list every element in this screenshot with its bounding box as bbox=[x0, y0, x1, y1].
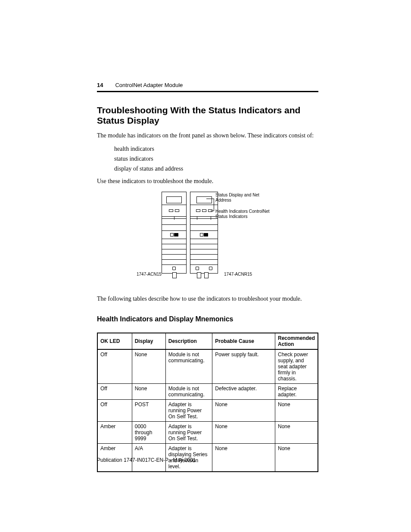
label-left-model: 1747-ACN15 bbox=[137, 272, 162, 277]
cell: POST bbox=[132, 399, 165, 421]
cell: None bbox=[212, 443, 275, 472]
page-number: 14 bbox=[97, 82, 103, 88]
bullet-item: display of status and address bbox=[114, 164, 318, 173]
cell: Module is not communicating. bbox=[165, 383, 212, 399]
cell: None bbox=[132, 383, 165, 399]
cell: Off bbox=[97, 349, 132, 384]
use-indicators-line: Use these indicators to troubleshoot the… bbox=[97, 177, 318, 186]
module-left bbox=[162, 192, 187, 274]
th-ok-led: OK LED bbox=[97, 333, 132, 349]
cell: None bbox=[132, 349, 165, 384]
health-indicators-table: OK LED Display Description Probable Caus… bbox=[97, 333, 318, 472]
cell: Amber bbox=[97, 421, 132, 443]
cell: Off bbox=[97, 399, 132, 421]
cell: Adapter is running Power On Self Test. bbox=[165, 421, 212, 443]
cell: None bbox=[212, 421, 275, 443]
cell: Off bbox=[97, 383, 132, 399]
bullet-item: health indicators bbox=[114, 144, 318, 153]
callout-status-display: Status Display and Net Address bbox=[215, 193, 267, 203]
cell: None bbox=[212, 399, 275, 421]
cell: Module is not communicating. bbox=[165, 349, 212, 384]
bullet-item: status indicators bbox=[114, 154, 318, 163]
callout-health-indicators: Health Indicators ControlNet Status Indi… bbox=[215, 209, 280, 219]
table-row: Off None Module is not communicating. Po… bbox=[97, 349, 318, 384]
section-title: Troubleshooting With the Status Indicato… bbox=[97, 105, 318, 126]
cell: 0000 through 9999 bbox=[132, 421, 165, 443]
label-right-model: 1747-ACNR15 bbox=[224, 272, 252, 277]
page-header: 14 ControlNet Adapter Module bbox=[97, 82, 318, 88]
cell: None bbox=[275, 421, 318, 443]
cell: Check power supply, and seat adapter fir… bbox=[275, 349, 318, 384]
th-probable-cause: Probable Cause bbox=[212, 333, 275, 349]
cell: Adapter is running Power On Self Test. bbox=[165, 399, 212, 421]
table-row: Amber 0000 through 9999 Adapter is runni… bbox=[97, 421, 318, 443]
th-display: Display bbox=[132, 333, 165, 349]
th-description: Description bbox=[165, 333, 212, 349]
tables-intro: The following tables describe how to use… bbox=[97, 295, 318, 303]
table-header-row: OK LED Display Description Probable Caus… bbox=[97, 333, 318, 349]
th-recommended-action: Recommended Action bbox=[275, 333, 318, 349]
module-diagram: Status Display and Net Address Health In… bbox=[97, 190, 318, 287]
publication-footer: Publication 1747-IN017C-EN-P - May 2001 bbox=[97, 457, 196, 463]
cell: Defective adapter. bbox=[212, 383, 275, 399]
bullet-list: health indicators status indicators disp… bbox=[114, 144, 318, 173]
cell: Power supply fault. bbox=[212, 349, 275, 384]
header-rule bbox=[97, 91, 318, 92]
intro-paragraph: The module has indicators on the front p… bbox=[97, 132, 318, 140]
subheading: Health Indicators and Display Mnemonics bbox=[97, 315, 318, 323]
cell: None bbox=[275, 399, 318, 421]
doc-title: ControlNet Adapter Module bbox=[115, 82, 183, 88]
cell: None bbox=[275, 443, 318, 472]
table-row: Off None Module is not communicating. De… bbox=[97, 383, 318, 399]
table-row: Off POST Adapter is running Power On Sel… bbox=[97, 399, 318, 421]
cell: Replace adapter. bbox=[275, 383, 318, 399]
